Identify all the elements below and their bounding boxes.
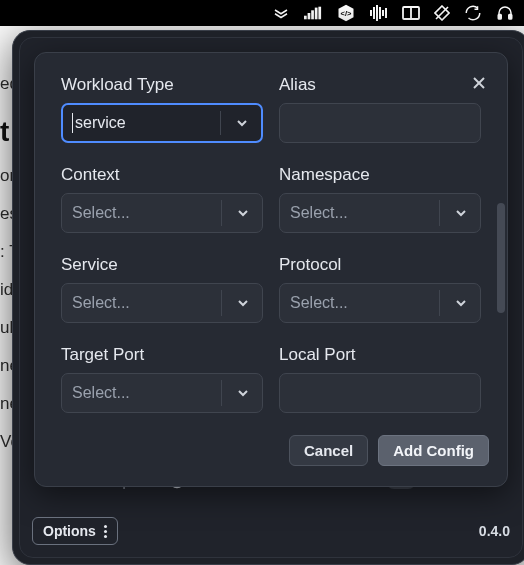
- label-context: Context: [61, 165, 263, 185]
- add-config-button[interactable]: Add Config: [378, 435, 489, 466]
- field-namespace: Namespace Select...: [279, 165, 481, 233]
- options-button[interactable]: Options: [32, 517, 118, 545]
- svg-rect-4: [318, 7, 321, 20]
- svg-rect-3: [315, 8, 318, 20]
- cellular-icon[interactable]: [304, 6, 322, 20]
- select-context[interactable]: Select...: [61, 193, 263, 233]
- field-service: Service Select...: [61, 255, 263, 323]
- svg-rect-2: [311, 10, 314, 19]
- select-namespace[interactable]: Select...: [279, 193, 481, 233]
- chevron-down-icon: [234, 115, 250, 131]
- svg-line-16: [436, 7, 448, 19]
- select-target-port[interactable]: Select...: [61, 373, 263, 413]
- field-context: Context Select...: [61, 165, 263, 233]
- svg-text:</>: </>: [341, 9, 352, 18]
- chevron-down-icon: [235, 205, 251, 221]
- field-protocol: Protocol Select...: [279, 255, 481, 323]
- label-alias: Alias: [279, 75, 481, 95]
- svg-rect-9: [376, 5, 378, 21]
- svg-rect-8: [373, 7, 375, 19]
- headphones-icon[interactable]: [496, 4, 514, 22]
- chevron-down-icon: [453, 295, 469, 311]
- svg-rect-17: [498, 15, 501, 20]
- modal-scrollbar[interactable]: [497, 203, 505, 313]
- select-protocol[interactable]: Select...: [279, 283, 481, 323]
- svg-rect-18: [509, 15, 512, 20]
- diamond-off-icon[interactable]: [434, 5, 450, 21]
- more-vertical-icon: [104, 525, 107, 538]
- field-workload-type: Workload Type service: [61, 75, 263, 143]
- label-namespace: Namespace: [279, 165, 481, 185]
- badge-icon[interactable]: [272, 4, 290, 22]
- close-button[interactable]: [467, 71, 491, 95]
- select-workload-type[interactable]: service: [61, 103, 263, 143]
- close-icon: [471, 75, 487, 91]
- label-protocol: Protocol: [279, 255, 481, 275]
- svg-rect-12: [385, 8, 387, 18]
- sync-icon[interactable]: [464, 4, 482, 22]
- layout-icon[interactable]: [402, 6, 420, 20]
- system-menubar: </>: [0, 0, 524, 26]
- field-alias: Alias: [279, 75, 481, 143]
- label-workload-type: Workload Type: [61, 75, 263, 95]
- svg-rect-11: [382, 10, 384, 16]
- chevron-down-icon: [453, 205, 469, 221]
- input-local-port[interactable]: [279, 373, 481, 413]
- modal-actions: Cancel Add Config: [35, 423, 507, 486]
- svg-rect-7: [370, 10, 372, 16]
- label-local-port: Local Port: [279, 345, 481, 365]
- label-target-port: Target Port: [61, 345, 263, 365]
- footer-bar: Options 0.4.0: [32, 517, 510, 545]
- options-button-label: Options: [43, 523, 96, 539]
- svg-rect-0: [304, 16, 307, 20]
- label-service: Service: [61, 255, 263, 275]
- sound-bars-icon[interactable]: [370, 5, 388, 21]
- chevron-down-icon: [235, 385, 251, 401]
- select-service[interactable]: Select...: [61, 283, 263, 323]
- field-local-port: Local Port: [279, 345, 481, 413]
- field-target-port: Target Port Select...: [61, 345, 263, 413]
- code-hex-icon[interactable]: </>: [336, 3, 356, 23]
- add-config-modal: Workload Type service Alias: [34, 52, 508, 487]
- cancel-button[interactable]: Cancel: [289, 435, 368, 466]
- svg-rect-1: [308, 13, 311, 19]
- chevron-down-icon: [235, 295, 251, 311]
- svg-rect-10: [379, 7, 381, 19]
- app-window: es-techlin-prod 19202 Workload Type: [12, 30, 524, 565]
- input-alias[interactable]: [279, 103, 481, 143]
- version-label: 0.4.0: [479, 523, 510, 539]
